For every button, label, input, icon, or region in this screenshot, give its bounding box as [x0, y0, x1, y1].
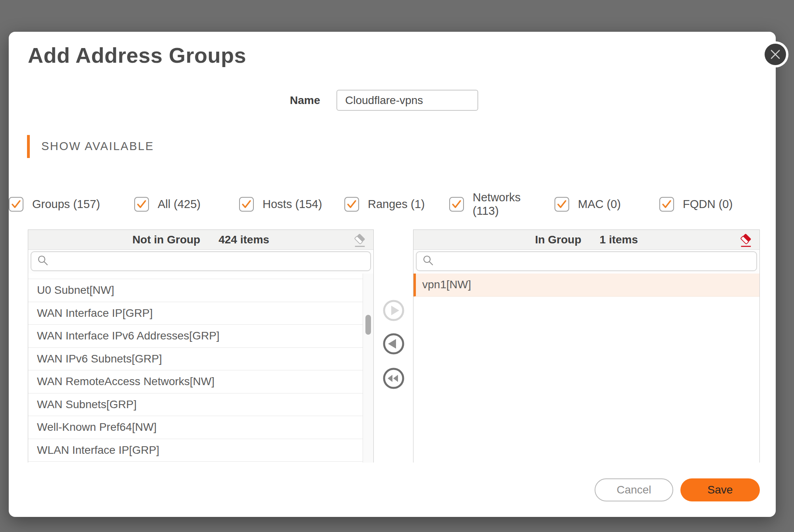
list-item[interactable]: U0 Subnet[NW] — [28, 279, 363, 302]
filter-label: All (425) — [158, 197, 201, 211]
not-in-group-search[interactable] — [31, 251, 371, 271]
filter-checkbox-networks[interactable]: Networks (113) — [449, 190, 521, 218]
filter-checkbox-mac[interactable]: MAC (0) — [554, 190, 621, 218]
list-item[interactable]: WLAN Interface IP[GRP] — [28, 439, 363, 462]
panel-count: 1 items — [600, 233, 638, 246]
double-arrow-left-icon — [383, 367, 405, 389]
filter-label: Groups (157) — [32, 197, 100, 211]
not-in-group-search-input[interactable] — [54, 252, 365, 270]
filter-label: Networks (113) — [473, 191, 521, 218]
eraser-icon[interactable] — [353, 233, 367, 248]
panel-count: 424 items — [218, 233, 269, 246]
in-group-list: vpn1[NW] — [413, 274, 759, 463]
checkbox-checked-icon — [659, 197, 674, 212]
arrow-left-icon — [383, 333, 405, 355]
in-group-search[interactable] — [416, 251, 757, 271]
eraser-red-icon[interactable] — [739, 233, 753, 248]
not-in-group-header: Not in Group 424 items — [28, 230, 373, 250]
move-left-button[interactable] — [383, 333, 405, 355]
filter-checkbox-ranges[interactable]: Ranges (1) — [344, 190, 425, 218]
arrow-right-icon — [383, 299, 405, 322]
cancel-button[interactable]: Cancel — [595, 478, 673, 501]
move-all-left-button[interactable] — [383, 367, 405, 389]
checkbox-checked-icon — [9, 197, 23, 212]
panel-title: Not in Group — [132, 233, 200, 246]
search-icon — [422, 254, 434, 268]
section-accent-bar — [27, 135, 30, 158]
partial-row — [28, 274, 363, 279]
list-item[interactable]: WAN Interface IPv6 Addresses[GRP] — [28, 325, 363, 348]
filter-label: Hosts (154) — [263, 197, 322, 211]
screen-overlay: Add Address Groups Name SHOW AVAILABLE A… — [0, 0, 794, 532]
scrollbar-thumb[interactable] — [365, 315, 371, 335]
name-input[interactable] — [336, 90, 478, 111]
list-item[interactable]: Well-Known Pref64[NW] — [28, 416, 363, 439]
checkbox-checked-icon — [449, 197, 464, 212]
filter-checkbox-hosts[interactable]: Hosts (154) — [239, 190, 322, 218]
section-title: SHOW AVAILABLE — [41, 140, 154, 153]
in-group-panel: In Group 1 items — [413, 229, 760, 463]
checkbox-checked-icon — [554, 197, 569, 212]
not-in-group-list: U0 Subnet[NW] WAN Interface IP[GRP] WAN … — [28, 274, 373, 463]
in-group-header: In Group 1 items — [413, 230, 759, 250]
checkbox-checked-icon — [239, 197, 254, 212]
add-address-groups-dialog: Add Address Groups Name SHOW AVAILABLE A… — [9, 32, 776, 517]
close-button[interactable] — [762, 41, 788, 67]
filter-checkbox-groups[interactable]: Groups (157) — [9, 190, 100, 218]
list-item[interactable]: WAN RemoteAccess Networks[NW] — [28, 370, 363, 393]
filter-checkbox-all[interactable]: All (425) — [134, 190, 201, 218]
filter-label: Ranges (1) — [368, 197, 425, 211]
list-item[interactable]: WAN IPv6 Subnets[GRP] — [28, 348, 363, 371]
in-group-search-input[interactable] — [439, 252, 751, 270]
filter-checkbox-fqdn[interactable]: FQDN (0) — [659, 190, 733, 218]
move-right-button[interactable] — [383, 299, 405, 322]
name-label: Name — [238, 90, 320, 111]
checkbox-checked-icon — [134, 197, 149, 212]
list-item-selected[interactable]: vpn1[NW] — [413, 274, 759, 297]
list-item[interactable]: WAN Subnets[GRP] — [28, 393, 363, 416]
list-scrollbar[interactable] — [363, 274, 373, 463]
dialog-title: Add Address Groups — [28, 43, 246, 67]
close-icon — [765, 44, 786, 65]
save-button[interactable]: Save — [680, 478, 760, 501]
checkbox-checked-icon — [344, 197, 359, 212]
filter-label: FQDN (0) — [683, 197, 733, 211]
search-icon — [37, 254, 49, 268]
panel-title: In Group — [535, 233, 581, 246]
filter-label: MAC (0) — [578, 197, 621, 211]
list-item[interactable]: WAN Interface IP[GRP] — [28, 302, 363, 325]
not-in-group-panel: Not in Group 424 items — [28, 229, 374, 463]
